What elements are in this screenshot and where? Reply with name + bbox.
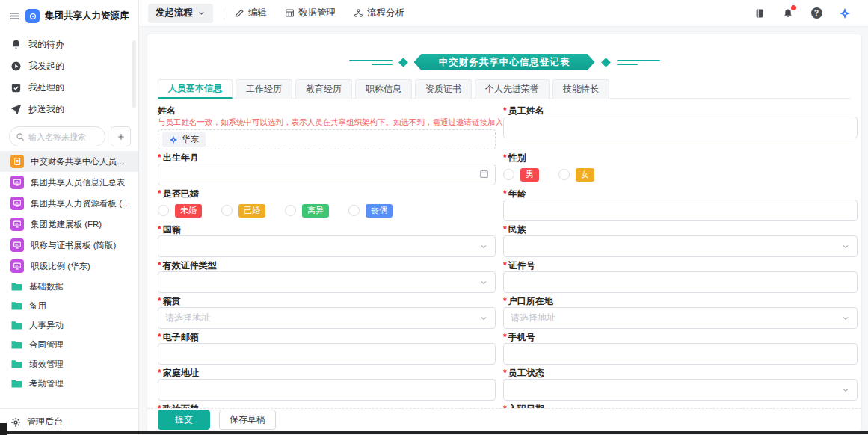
field-label: 员工姓名 bbox=[508, 105, 544, 117]
married-option-widowed[interactable]: 丧偶 bbox=[348, 204, 393, 218]
sidebar-folder-label: 考勤管理 bbox=[29, 378, 64, 389]
edit-button[interactable]: 编辑 bbox=[235, 7, 267, 19]
sidebar-spacer bbox=[0, 393, 138, 408]
option-tag: 女 bbox=[576, 168, 594, 182]
form-title-banner: 中交财务共享中心信息登记表 bbox=[147, 54, 861, 70]
os-edge-line bbox=[7, 431, 868, 434]
play-circle-icon bbox=[10, 61, 22, 72]
employee-status-select[interactable] bbox=[503, 379, 858, 401]
sidebar-item-my-processed[interactable]: 我处理的 bbox=[0, 77, 138, 99]
employee-name-input[interactable] bbox=[503, 117, 858, 138]
save-draft-button[interactable]: 保存草稿 bbox=[219, 410, 276, 430]
sidebar-item-cc-to-me[interactable]: 抄送我的 bbox=[0, 99, 138, 120]
sidebar-folder-performance-mgmt[interactable]: 绩效管理 bbox=[0, 354, 138, 374]
gender-option-female[interactable]: 女 bbox=[558, 168, 594, 182]
field-label: 籍贯 bbox=[163, 295, 181, 308]
help-icon[interactable]: ? bbox=[810, 7, 823, 20]
tab-basic-info[interactable]: 人员基本信息 bbox=[158, 79, 233, 99]
field-label: 家庭地址 bbox=[163, 367, 199, 380]
sidebar-item-registry-form[interactable]: 中交财务共享中心人员信息登记... bbox=[0, 151, 138, 172]
select-placeholder: 请选择地址 bbox=[511, 312, 555, 324]
option-tag: 未婚 bbox=[175, 204, 202, 218]
folder-icon bbox=[10, 377, 22, 389]
sidebar-item-party-board[interactable]: 集团党建展板 (FR) bbox=[0, 214, 138, 235]
id-type-select[interactable] bbox=[158, 271, 496, 293]
tab-skills[interactable]: 技能特长 bbox=[552, 79, 609, 99]
gender-option-male[interactable]: 男 bbox=[503, 168, 539, 182]
sidebar-scrollbar[interactable] bbox=[132, 40, 136, 108]
sidebar-item-title-cert-board[interactable]: 职称与证书展板 (简版) bbox=[0, 235, 138, 256]
sidebar-item-label: 集团共享人力资源看板 (FR) bbox=[31, 198, 132, 209]
chevron-down-icon bbox=[197, 9, 206, 17]
sidebar-folder-contract-mgmt[interactable]: 合同管理 bbox=[0, 335, 138, 354]
field-label: 电子邮箱 bbox=[163, 331, 199, 344]
birth-month-input[interactable] bbox=[158, 164, 496, 185]
sidebar-folder-attendance-mgmt[interactable]: 考勤管理 bbox=[0, 374, 138, 393]
data-management-button[interactable]: 数据管理 bbox=[285, 7, 336, 19]
sidebar-folder-spare[interactable]: 备用 bbox=[0, 296, 138, 315]
sidebar-item-label: 集团党建展板 (FR) bbox=[31, 219, 102, 230]
sidebar-item-label: 职称与证书展板 (简版) bbox=[31, 240, 116, 251]
bell-icon bbox=[10, 39, 22, 50]
field-birth-month: *出生年月 bbox=[158, 152, 496, 185]
sidebar-form-list: 中交财务共享中心人员信息登记... 集团共享人员信息汇总表 集团共享人力资源看板… bbox=[0, 151, 138, 277]
nationality-select[interactable] bbox=[158, 235, 496, 257]
household-location-select[interactable]: 请选择地址 bbox=[503, 307, 858, 329]
sidebar-item-my-initiated[interactable]: 我发起的 bbox=[0, 55, 138, 77]
field-label: 是否已婚 bbox=[163, 188, 199, 200]
sidebar-item-summary-table[interactable]: 集团共享人员信息汇总表 bbox=[0, 172, 138, 193]
id-number-input[interactable] bbox=[503, 271, 858, 293]
home-address-input[interactable] bbox=[158, 379, 496, 401]
member-picker[interactable]: 华东 bbox=[158, 129, 496, 149]
field-id-number: *证件号 bbox=[503, 259, 858, 293]
field-label: 证件号 bbox=[508, 259, 535, 272]
notification-badge bbox=[791, 5, 796, 10]
selected-member-tag[interactable]: 华东 bbox=[162, 132, 206, 147]
sidebar-item-hr-dashboard[interactable]: 集团共享人力资源看板 (FR) bbox=[0, 193, 138, 214]
start-flow-label: 发起流程 bbox=[156, 7, 193, 19]
sidebar-item-my-todo[interactable]: 我的待办 bbox=[0, 34, 138, 55]
search-input[interactable] bbox=[28, 132, 99, 141]
tab-title-info[interactable]: 职称信息 bbox=[355, 79, 412, 99]
banner-decor-lines bbox=[349, 60, 393, 65]
submit-button[interactable]: 提交 bbox=[158, 410, 210, 430]
notification-bell-icon[interactable] bbox=[781, 7, 795, 20]
ethnic-group-select[interactable] bbox=[503, 235, 858, 257]
content-area: 中交财务共享中心信息登记表 人员基本信息 工作经历 教育经历 职称信息 资质证书… bbox=[139, 27, 868, 435]
age-input[interactable] bbox=[503, 200, 858, 221]
chevron-down-icon bbox=[841, 386, 850, 395]
sidebar-folder-label: 备用 bbox=[29, 300, 46, 312]
sidebar-folder-personnel-change[interactable]: 人事异动 bbox=[0, 315, 138, 335]
field-label: 出生年月 bbox=[163, 152, 199, 164]
married-option-married[interactable]: 已婚 bbox=[221, 204, 265, 218]
tab-honors[interactable]: 个人先进荣誉 bbox=[475, 79, 550, 99]
notebook-icon[interactable] bbox=[753, 7, 766, 20]
toolbar-divider bbox=[224, 7, 224, 19]
married-option-single[interactable]: 未婚 bbox=[158, 204, 202, 218]
sidebar-item-label: 我发起的 bbox=[28, 60, 64, 72]
pencil-icon bbox=[235, 8, 244, 18]
chevron-down-icon bbox=[479, 242, 488, 251]
field-name-hint: 与员工姓名一致，如系统中可以选到，表示人员在共享组织架构下。如选不到，需通过邀请… bbox=[158, 117, 496, 127]
folder-icon bbox=[10, 358, 22, 370]
mobile-input[interactable] bbox=[503, 343, 858, 365]
sidebar-item-rank-ratio[interactable]: 职级比例 (华东) bbox=[0, 256, 138, 277]
sidebar-item-label: 集团共享人员信息汇总表 bbox=[31, 177, 126, 188]
married-option-divorced[interactable]: 离异 bbox=[285, 204, 329, 218]
field-employee-status: *员工状态 bbox=[503, 367, 858, 401]
option-tag: 离异 bbox=[302, 204, 329, 218]
tab-certificates[interactable]: 资质证书 bbox=[415, 79, 472, 99]
tab-education[interactable]: 教育经历 bbox=[295, 79, 352, 99]
sidebar-folder-base-data[interactable]: 基础数据 bbox=[0, 277, 138, 296]
sidebar-item-label: 我处理的 bbox=[28, 81, 64, 94]
compass-icon[interactable] bbox=[838, 7, 852, 20]
field-age: *年龄 bbox=[503, 188, 858, 221]
field-label: 有效证件类型 bbox=[163, 259, 217, 272]
native-place-select[interactable]: 请选择地址 bbox=[158, 307, 496, 329]
add-button[interactable] bbox=[111, 126, 131, 146]
flow-analysis-button[interactable]: 流程分析 bbox=[354, 7, 404, 19]
email-input[interactable] bbox=[158, 343, 496, 365]
start-flow-button[interactable]: 发起流程 bbox=[148, 4, 213, 23]
tab-work-experience[interactable]: 工作经历 bbox=[236, 79, 292, 99]
hamburger-menu-icon[interactable] bbox=[9, 10, 20, 22]
